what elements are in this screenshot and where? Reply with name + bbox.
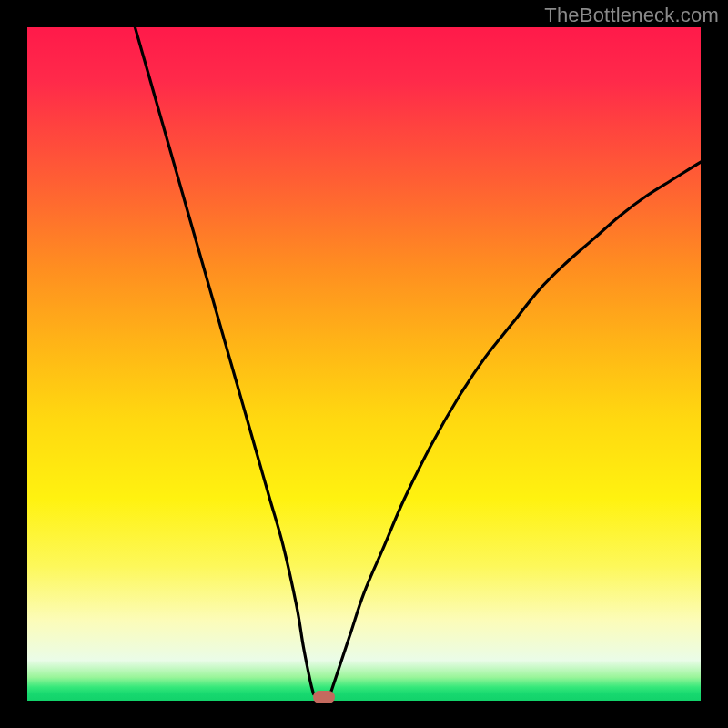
curve-svg: [27, 27, 701, 701]
plot-area: [27, 27, 701, 701]
curve-left: [135, 27, 313, 694]
optimum-marker: [313, 691, 335, 703]
chart-frame: TheBottleneck.com: [0, 0, 728, 728]
watermark-text: TheBottleneck.com: [544, 4, 719, 27]
curve-right: [330, 162, 701, 694]
